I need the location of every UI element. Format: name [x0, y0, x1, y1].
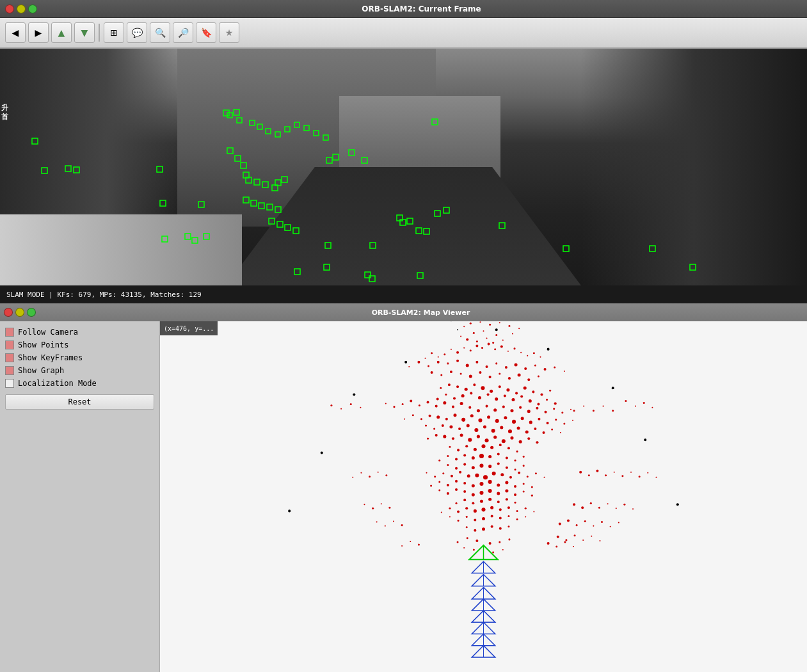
- svg-point-74: [473, 332, 475, 334]
- map-close-button[interactable]: [4, 308, 13, 317]
- svg-point-176: [527, 410, 531, 413]
- show-graph-checkbox[interactable]: [5, 366, 14, 375]
- show-graph-label: Show Graph: [18, 366, 64, 375]
- svg-point-389: [491, 525, 493, 528]
- map-viewer-title: ORB-SLAM2: Map Viewer: [38, 308, 803, 317]
- svg-point-392: [466, 526, 468, 528]
- svg-point-108: [486, 365, 488, 368]
- svg-rect-5: [160, 200, 166, 206]
- svg-point-250: [474, 448, 477, 451]
- svg-point-242: [593, 410, 595, 412]
- close-button[interactable]: [5, 4, 14, 13]
- svg-rect-15: [241, 163, 246, 168]
- svg-point-128: [527, 378, 530, 381]
- svg-point-87: [494, 348, 496, 350]
- svg-point-278: [523, 465, 525, 467]
- svg-point-138: [506, 388, 509, 392]
- svg-point-244: [573, 410, 575, 412]
- svg-point-350: [449, 508, 451, 509]
- svg-point-154: [529, 399, 532, 403]
- svg-point-181: [570, 409, 571, 410]
- svg-point-70: [463, 326, 465, 327]
- svg-point-320: [588, 474, 590, 476]
- map-minimize-button[interactable]: [15, 308, 24, 317]
- svg-point-307: [479, 491, 483, 495]
- home-button[interactable]: ⊞: [104, 22, 124, 43]
- svg-point-194: [521, 417, 524, 420]
- svg-point-136: [490, 390, 493, 393]
- svg-point-192: [504, 416, 507, 419]
- svg-point-321: [596, 470, 598, 472]
- svg-point-440: [555, 545, 557, 547]
- svg-point-433: [457, 541, 459, 543]
- svg-point-289: [527, 476, 529, 477]
- toolbar-separator-1: [99, 24, 100, 42]
- svg-rect-50: [443, 207, 449, 213]
- localization-mode-checkbox[interactable]: [5, 379, 14, 388]
- svg-point-363: [381, 503, 382, 504]
- svg-point-204: [404, 419, 405, 420]
- map-viewer-canvas[interactable]: (x=476, y=...: [160, 303, 807, 672]
- svg-point-78: [512, 333, 513, 334]
- svg-point-97: [527, 355, 528, 356]
- svg-point-79: [466, 338, 468, 340]
- svg-point-283: [500, 473, 504, 476]
- forward-button[interactable]: ▶: [28, 22, 49, 43]
- svg-point-124: [489, 376, 491, 378]
- svg-point-265: [447, 455, 449, 457]
- svg-point-210: [491, 429, 495, 433]
- svg-point-153: [520, 395, 523, 397]
- svg-point-374: [449, 516, 451, 517]
- svg-point-253: [499, 444, 502, 446]
- svg-point-221: [560, 432, 561, 433]
- svg-point-71: [508, 325, 510, 327]
- svg-point-408: [676, 503, 679, 506]
- svg-rect-19: [262, 182, 268, 188]
- back-button[interactable]: ◀: [5, 22, 26, 43]
- svg-rect-13: [227, 148, 233, 154]
- show-keyframes-checkbox[interactable]: [5, 353, 14, 362]
- svg-point-317: [438, 490, 440, 492]
- svg-rect-28: [269, 218, 275, 224]
- svg-point-369: [499, 516, 502, 519]
- up-button[interactable]: ▲: [51, 22, 72, 43]
- minimize-button[interactable]: [17, 4, 26, 13]
- svg-point-385: [393, 521, 394, 522]
- toolbar: ◀ ▶ ▲ ▼ ⊞ 💬 🔍 🔎 🔖 ★: [0, 18, 807, 49]
- follow-camera-checkbox[interactable]: [5, 328, 14, 337]
- down-button[interactable]: ▼: [74, 22, 95, 43]
- svg-point-90: [514, 348, 516, 349]
- svg-point-333: [352, 477, 353, 478]
- search-button[interactable]: 🔍: [150, 22, 170, 43]
- svg-rect-2: [65, 166, 71, 172]
- svg-point-356: [590, 502, 592, 504]
- svg-point-342: [481, 508, 485, 511]
- maximize-button[interactable]: [28, 4, 37, 13]
- svg-point-217: [442, 424, 444, 427]
- svg-point-287: [518, 472, 520, 474]
- svg-point-238: [643, 402, 645, 404]
- chat-button[interactable]: 💬: [127, 22, 147, 43]
- svg-point-137: [499, 385, 501, 388]
- svg-point-345: [499, 508, 502, 511]
- svg-rect-53: [650, 246, 655, 252]
- svg-point-111: [515, 363, 518, 366]
- bookmark-button[interactable]: 🔖: [196, 22, 216, 43]
- svg-point-401: [495, 328, 498, 331]
- show-points-checkbox[interactable]: [5, 340, 14, 349]
- svg-point-341: [515, 502, 516, 504]
- svg-point-159: [546, 399, 548, 401]
- svg-point-305: [531, 486, 533, 488]
- reset-button[interactable]: Reset: [5, 394, 154, 410]
- zoom-button[interactable]: 🔎: [173, 22, 193, 43]
- svg-point-324: [621, 475, 623, 477]
- svg-point-284: [459, 471, 461, 474]
- svg-point-123: [479, 371, 481, 374]
- svg-point-94: [456, 351, 459, 354]
- svg-point-251: [490, 446, 493, 449]
- star-button[interactable]: ★: [219, 22, 239, 43]
- svg-point-258: [479, 454, 484, 458]
- svg-point-267: [523, 456, 525, 458]
- svg-point-263: [455, 458, 458, 460]
- map-maximize-button[interactable]: [27, 308, 36, 317]
